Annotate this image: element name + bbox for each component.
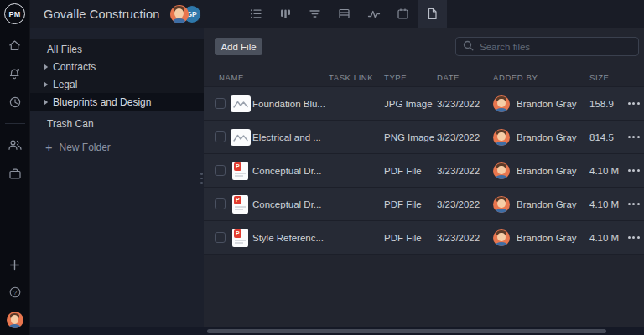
column-header-size[interactable]: SIZE — [589, 73, 623, 82]
rail-divider — [5, 123, 25, 124]
app-logo[interactable]: PM — [4, 3, 25, 24]
file-name[interactable]: Conceptual Dr... — [252, 199, 329, 209]
file-type: PDF File — [384, 233, 437, 243]
row-menu-button[interactable] — [623, 221, 644, 254]
folder-item-trash-can[interactable]: Trash Can — [30, 115, 204, 132]
table-row[interactable]: P Style Referenc... PDF File 3/23/2022 B… — [204, 221, 644, 255]
caret-right-icon[interactable] — [44, 99, 53, 106]
topbar: Govalle Construction GP — [30, 0, 644, 28]
folder-item-label: All Files — [47, 44, 82, 55]
file-type: PDF File — [384, 199, 437, 209]
help-icon[interactable]: ? — [7, 284, 23, 301]
folder-item-blueprints-and-design[interactable]: Blueprints and Design — [30, 93, 204, 111]
file-size: 814.5 — [589, 132, 623, 142]
row-menu-button[interactable] — [623, 154, 644, 187]
table-row[interactable]: P Conceptual Dr... PDF File 3/23/2022 Br… — [204, 154, 644, 188]
column-header-type[interactable]: TYPE — [384, 73, 437, 82]
new-folder-label: New Folder — [59, 142, 110, 153]
horizontal-scrollbar[interactable] — [207, 329, 606, 333]
project-members: GP — [170, 5, 201, 23]
file-date: 3/23/2022 — [437, 199, 493, 209]
folder-tree: All Files Contracts Legal Blueprints and… — [30, 39, 204, 111]
search-icon — [463, 39, 474, 54]
column-header-date[interactable]: DATE — [437, 73, 493, 82]
portfolio-icon[interactable] — [7, 165, 23, 182]
file-date: 3/23/2022 — [437, 99, 493, 109]
row-checkbox[interactable] — [215, 98, 226, 109]
added-by-cell: Brandon Gray — [493, 162, 589, 179]
folder-panel: All Files Contracts Legal Blueprints and… — [30, 28, 204, 327]
add-icon[interactable] — [7, 256, 23, 273]
folder-item-contracts[interactable]: Contracts — [30, 58, 204, 75]
image-file-icon — [231, 129, 252, 146]
member-avatar[interactable] — [170, 5, 189, 23]
added-by-avatar — [493, 196, 510, 213]
table-header: NAME TASK LINK TYPE DATE ADDED BY SIZE — [204, 68, 644, 86]
row-checkbox[interactable] — [215, 131, 226, 142]
tab-gantt-view[interactable] — [271, 0, 300, 28]
folder-item-label: Trash Can — [47, 118, 94, 130]
view-tabs — [242, 0, 447, 28]
added-by-cell: Brandon Gray — [493, 129, 589, 146]
folder-item-legal[interactable]: Legal — [30, 75, 204, 93]
pdf-file-icon: P — [231, 229, 252, 247]
left-rail: PM ? — [0, 0, 30, 335]
added-by-cell: Brandon Gray — [493, 229, 589, 246]
row-checkbox[interactable] — [215, 165, 226, 176]
file-size: 4.10 M — [589, 199, 623, 209]
new-folder-button[interactable]: + New Folder — [30, 142, 204, 154]
user-avatar[interactable] — [7, 312, 23, 328]
row-checkbox[interactable] — [215, 232, 226, 243]
bottom-strip — [30, 327, 644, 335]
caret-right-icon[interactable] — [44, 81, 53, 88]
folder-item-all-files[interactable]: All Files — [30, 40, 204, 58]
row-menu-button[interactable] — [623, 121, 644, 153]
tab-board-view[interactable] — [300, 0, 330, 28]
table-row[interactable]: Foundation Blu... JPG Image 3/23/2022 Br… — [204, 87, 644, 121]
file-name[interactable]: Foundation Blu... — [252, 99, 329, 109]
row-menu-button[interactable] — [623, 188, 644, 220]
project-title: Govalle Construction — [44, 8, 160, 21]
row-checkbox[interactable] — [215, 198, 226, 209]
table-row[interactable]: Electrical and ... PNG Image 3/23/2022 B… — [204, 121, 644, 154]
column-header-task-link[interactable]: TASK LINK — [329, 73, 384, 82]
search-box[interactable] — [455, 37, 639, 56]
file-type: PNG Image — [384, 132, 437, 142]
file-size: 158.9 — [589, 99, 623, 109]
notifications-icon[interactable] — [7, 65, 23, 82]
folder-item-label: Contracts — [53, 61, 96, 73]
column-header-name[interactable]: NAME — [215, 73, 329, 82]
home-icon[interactable] — [7, 37, 23, 54]
column-header-added-by[interactable]: ADDED BY — [493, 73, 589, 82]
tab-calendar-view[interactable] — [388, 0, 418, 28]
tab-activity-view[interactable] — [359, 0, 388, 28]
caret-right-icon[interactable] — [44, 64, 53, 70]
added-by-name: Brandon Gray — [517, 166, 577, 176]
files-content: Add File NAME TASK LINK TYPE DATE ADDED … — [204, 28, 644, 327]
image-file-icon — [231, 95, 252, 112]
tab-sheet-view[interactable] — [330, 0, 359, 28]
file-name[interactable]: Electrical and ... — [252, 132, 329, 142]
folder-item-label: Legal — [53, 79, 77, 90]
pdf-file-icon: P — [231, 162, 252, 180]
panel-resize-handle[interactable] — [200, 173, 203, 184]
file-date: 3/23/2022 — [437, 132, 493, 142]
search-input[interactable] — [480, 42, 631, 52]
file-type: PDF File — [384, 166, 437, 176]
add-file-button[interactable]: Add File — [215, 38, 262, 55]
file-name[interactable]: Conceptual Dr... — [252, 166, 329, 176]
added-by-avatar — [493, 95, 510, 112]
row-menu-button[interactable] — [623, 87, 644, 120]
team-icon[interactable] — [7, 137, 23, 153]
added-by-name: Brandon Gray — [517, 233, 577, 243]
added-by-avatar — [493, 229, 510, 246]
plus-icon: + — [45, 142, 52, 154]
file-type: JPG Image — [384, 99, 437, 109]
tab-list-view[interactable] — [242, 0, 271, 28]
history-icon[interactable] — [7, 94, 23, 111]
added-by-avatar — [493, 162, 510, 179]
rail-nav — [5, 37, 25, 182]
table-row[interactable]: P Conceptual Dr... PDF File 3/23/2022 Br… — [204, 188, 644, 221]
file-name[interactable]: Style Referenc... — [252, 233, 329, 243]
tab-files-view[interactable] — [418, 0, 447, 28]
